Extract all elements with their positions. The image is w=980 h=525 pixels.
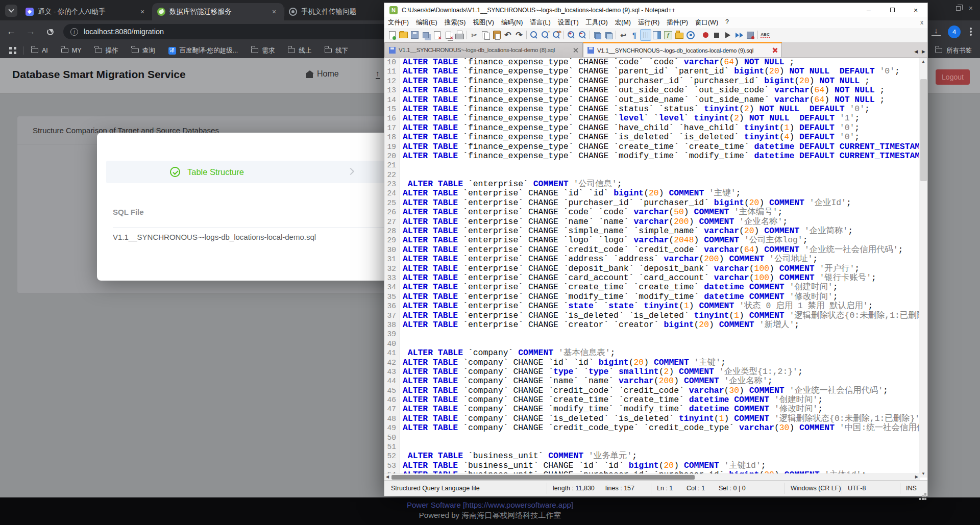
scroll-down-icon[interactable]: ▼ (919, 470, 927, 478)
scroll-up-icon[interactable]: ▲ (919, 58, 927, 65)
bookmark-item[interactable]: MY (61, 47, 82, 54)
browser-tab[interactable]: 通义 - 你的个人AI助手× (20, 3, 152, 20)
record-macro-icon[interactable] (700, 29, 711, 41)
menu-item[interactable]: 文件(F) (384, 18, 412, 27)
cut-icon[interactable] (469, 29, 480, 41)
new-file-icon[interactable] (386, 29, 398, 41)
sync-horizontal-icon[interactable] (603, 29, 614, 41)
find-in-files-icon[interactable]: + (540, 29, 551, 41)
menu-item[interactable]: 宏(M) (611, 18, 634, 27)
document-tab-close-icon[interactable] (573, 47, 578, 53)
horizontal-scrollbar[interactable]: ◀ ▶ (384, 473, 920, 480)
tab-scroll-right-icon[interactable]: ▶ (922, 49, 925, 54)
editor-line: 34ALTER TABLE `enterprise` CHANGE `creat… (384, 283, 920, 292)
function-list-icon[interactable]: f (663, 29, 674, 41)
undo-icon[interactable] (502, 29, 513, 41)
browser-tab[interactable]: 数据库智能迁移服务× (152, 3, 284, 20)
replace-icon[interactable]: ab (551, 29, 562, 41)
maximize-button[interactable] (880, 3, 904, 17)
document-tab[interactable]: V1.1__SYNCHRONOUS~-logs-db_locations-loc… (583, 42, 782, 57)
menu-item[interactable]: 搜索(S) (441, 18, 470, 27)
play-macro-icon[interactable] (722, 29, 733, 41)
document-tab[interactable]: V1.1__SYNCHRONOUS~-logs-db_locations-loc… (384, 42, 583, 57)
horizontal-scroll-thumb[interactable] (391, 475, 695, 480)
forward-button[interactable]: → (22, 23, 39, 40)
line-code: ALTER TABLE `finance_expense_type` CHANG… (400, 152, 920, 161)
resize-grip[interactable] (924, 493, 926, 495)
close-icon[interactable] (431, 29, 443, 41)
tab-search-button[interactable] (5, 5, 17, 17)
zoom-out-icon[interactable]: − (577, 29, 588, 41)
stop-macro-icon[interactable] (711, 29, 722, 41)
menu-item[interactable]: 窗口(W) (692, 18, 722, 27)
menu-item[interactable]: 编辑(E) (412, 18, 441, 27)
bookmark-item[interactable]: 需求 (251, 46, 275, 55)
menu-item[interactable]: 编码(N) (498, 18, 526, 27)
download-count-badge[interactable]: 4 (948, 26, 961, 38)
menu-item[interactable]: ? (722, 18, 732, 27)
indent-guide-icon[interactable] (640, 29, 651, 41)
footer-link[interactable]: Power Software [https://www.powersoftwar… (0, 501, 980, 509)
save-all-icon[interactable] (420, 29, 431, 41)
browser-close-icon[interactable]: × (969, 4, 973, 12)
upload-icon[interactable]: ↑ (376, 69, 380, 79)
bookmark-item[interactable]: 线上 (288, 46, 311, 55)
all-bookmarks[interactable]: 所有书签 (935, 43, 972, 58)
save-icon[interactable] (409, 29, 420, 41)
spell-check-icon[interactable] (760, 29, 771, 41)
bookmark-item[interactable]: 线下 (325, 46, 348, 55)
nav-home[interactable]: Home (306, 69, 339, 79)
tab-close-icon[interactable]: × (270, 7, 279, 16)
minimize-button[interactable]: – (857, 3, 880, 17)
bookmark-item[interactable]: AI (31, 47, 48, 54)
menu-item[interactable]: 设置(T) (554, 18, 582, 27)
logout-button[interactable]: Logout (936, 69, 970, 85)
back-button[interactable]: ← (3, 23, 19, 40)
sync-vertical-icon[interactable] (592, 29, 603, 41)
browser-restore-icon[interactable] (956, 6, 961, 11)
bookmark-item[interactable]: 译百度翻译-您的超级... (168, 46, 238, 55)
scroll-right-icon[interactable]: ▶ (915, 474, 918, 479)
print-icon[interactable] (454, 29, 465, 41)
vertical-scroll-thumb[interactable] (920, 79, 927, 181)
paste-icon[interactable] (491, 29, 502, 41)
editor[interactable]: 10ALTER TABLE `finance_expense_type` CHA… (384, 58, 920, 478)
menu-item[interactable]: 语言(L) (526, 18, 554, 27)
redo-icon[interactable] (513, 29, 525, 41)
downloads-icon[interactable]: ↓ (932, 27, 941, 36)
menu-item[interactable]: 插件(P) (663, 18, 692, 27)
zoom-in-icon[interactable]: + (566, 29, 577, 41)
menu-item[interactable]: 视图(V) (469, 18, 498, 27)
copy-icon[interactable] (480, 29, 491, 41)
menu-item[interactable]: 运行(R) (634, 18, 663, 27)
save-macro-icon[interactable] (745, 29, 756, 41)
site-info-icon[interactable]: i (70, 28, 78, 36)
address-bar[interactable]: i localhost:8080/migration (63, 24, 390, 39)
tab-close-icon[interactable]: × (138, 7, 147, 16)
menu-item[interactable]: 工具(O) (582, 18, 611, 27)
run-macro-multiple-icon[interactable] (733, 29, 745, 41)
notepadpp-title-bar[interactable]: N C:\Users\de\Downloads\V1.1__SYNCHRONOU… (384, 3, 927, 17)
document-monitor-icon[interactable] (685, 29, 696, 41)
open-file-icon[interactable] (398, 29, 409, 41)
show-all-characters-icon[interactable] (629, 29, 640, 41)
reload-button[interactable] (42, 23, 58, 40)
menu-close-icon[interactable]: x (920, 19, 923, 26)
vertical-scrollbar[interactable]: ▲ ▼ (919, 58, 927, 478)
line-number: 36 (384, 302, 400, 311)
scroll-left-icon[interactable]: ◀ (386, 474, 389, 479)
bookmark-item[interactable]: 查询 (132, 46, 155, 55)
document-tab-close-icon[interactable] (772, 47, 777, 53)
close-button[interactable]: × (904, 3, 927, 17)
find-icon[interactable] (528, 29, 540, 41)
word-wrap-icon[interactable] (618, 29, 629, 41)
bookmark-item[interactable]: 操作 (95, 46, 118, 55)
sql-file-name[interactable]: V1.1__SYNCHRONOUS~-logs-db_locations-loc… (113, 233, 316, 241)
folder-as-workspace-icon[interactable] (674, 29, 685, 41)
document-map-icon[interactable] (651, 29, 663, 41)
close-all-icon[interactable] (443, 29, 454, 41)
apps-grid-icon[interactable] (9, 47, 16, 54)
browser-menu-icon[interactable] (970, 31, 972, 33)
line-code: ALTER TABLE `enterprise` CHANGE `name` `… (400, 217, 788, 227)
tab-scroll-left-icon[interactable]: ◀ (914, 49, 918, 54)
